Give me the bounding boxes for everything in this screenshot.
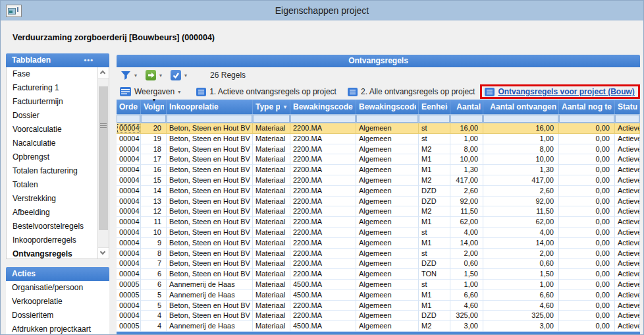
column-header-aantal-7[interactable]: Aantal [450,100,483,114]
sidebar-item-afbeelding[interactable]: Afbeelding [7,206,99,220]
filter-cell-4[interactable] [290,115,356,123]
sidebar-item-ontvangsregels[interactable]: Ontvangsregels [7,247,99,259]
filter-funnel-icon [121,71,131,80]
table-row[interactable]: 000044Beton, Steen en Hout BVMateriaal22… [117,311,640,321]
column-filter-icon[interactable]: ▼ [282,104,288,110]
sidebar-item-fase[interactable]: Fase [7,67,99,81]
sidebar-item-bestelvoorstelregels[interactable]: Bestelvoorstelregels [7,220,99,233]
table-row[interactable]: 0000412Beton, Steen en Hout BVMateriaal2… [117,206,640,217]
view-tab-2[interactable]: 2. Alle ontvangsregels op project [348,87,475,96]
filter-button[interactable]: ▾ [121,71,137,80]
view-tab-1[interactable]: 1. Actieve ontvangsregels op project [196,87,336,96]
table-row[interactable]: 0000416Beton, Steen en Hout BVMateriaal2… [117,165,640,175]
table-row[interactable]: 0000410Beton, Steen en Hout BVMateriaal2… [117,228,640,238]
table-row[interactable]: 000046Beton, Steen en Hout BVMateriaal22… [117,269,640,280]
forward-button[interactable]: ▾ [146,70,162,80]
table-cell: 2200.MA [290,144,356,155]
filter-cell-3[interactable] [253,115,290,123]
table-cell: 4 [141,321,167,332]
filter-cell-1[interactable] [141,115,166,123]
filter-cell-7[interactable] [450,115,483,123]
table-row[interactable]: 0000413Beton, Steen en Hout BVMateriaal2… [117,197,640,207]
actie-item-afdrukken-projectkaart[interactable]: Afdrukken projectkaart [6,322,109,335]
table-body: 0000420Beton, Steen en Hout BVMateriaal2… [117,123,640,332]
chevron-down-icon[interactable]: ▾ [159,73,162,78]
table-row[interactable]: 0000420Beton, Steen en Hout BVMateriaal2… [117,123,640,134]
actie-item-verkooprelatie[interactable]: Verkooprelatie [6,295,109,309]
sidebar-item-facturering-1[interactable]: Facturering 1 [7,81,99,95]
select-button[interactable]: ▾ [171,70,187,80]
actie-item-organisatie-persoon[interactable]: Organisatie/persoon [6,281,109,295]
sidebar-scrollbar[interactable] [97,67,109,259]
filter-cell-2[interactable] [167,115,252,123]
table-cell: Materiaal [253,206,290,217]
sidebar-item-factuurtermijn[interactable]: Factuurtermijn [7,95,99,109]
actie-item-dossieritem[interactable]: Dossieritem [6,309,109,322]
sidebar-item-verstrekking[interactable]: Verstrekking [7,192,99,206]
more-options-icon[interactable]: ••• [84,53,94,67]
filter-cell-10[interactable] [615,115,639,123]
table-row[interactable]: 000056Aannemerij de HaasMateriaal4500.MA… [117,280,640,290]
ontvangsregels-panel: Ontvangsregels ▾ ▾ ▾ 26 Regels Weergaven… [117,55,640,335]
sidebar-item-inkooporderregels[interactable]: Inkooporderregels [7,233,99,247]
column-header-ordernr-0[interactable]: Ordernr [117,100,141,114]
table-row[interactable]: 0000418Beton, Steen en Hout BVMateriaal2… [117,144,640,155]
chevron-down-icon[interactable]: ▾ [178,89,180,95]
sidebar-item-voorcalculatie[interactable]: Voorcalculatie [7,123,99,137]
column-header-bewakingscode-4[interactable]: Bewakingscode [290,100,356,114]
filter-cell-8[interactable] [483,115,558,123]
table-row[interactable]: 0000415Beton, Steen en Hout BVMateriaal2… [117,175,640,186]
table-row[interactable]: 000045Beton, Steen en Hout BVMateriaal22… [117,301,640,311]
table-cell: Actieve [615,259,640,269]
table-cell: 0,00 [559,228,615,238]
sidebar-item-dossier[interactable]: Dossier [7,109,99,123]
scroll-up-icon[interactable] [98,67,109,78]
table-cell: Actieve [615,186,640,197]
column-header-aantal-nog-te-9[interactable]: Aantal nog te [559,100,615,114]
table-row[interactable]: 0000411Beton, Steen en Hout BVMateriaal2… [117,217,640,228]
column-header-inkooprelatie-2[interactable]: Inkooprelatie [167,100,253,114]
chevron-down-icon[interactable]: ▾ [134,73,137,78]
column-header-status-10[interactable]: Status [615,100,640,114]
table-cell: 00004 [117,186,141,197]
table-row[interactable]: 000054Aannemerij de HaasMateriaal4500.MA… [117,321,640,332]
table-row[interactable]: 0000414Beton, Steen en Hout BVMateriaal2… [117,186,640,197]
weergaven-button[interactable]: Weergaven▾ [120,87,180,96]
table-cell: Materiaal [253,259,290,269]
table-cell: Actieve [615,197,640,207]
column-header-eenheid-6[interactable]: Eenheid [419,100,450,114]
scrollbar-thumb[interactable] [99,86,108,230]
table-cell: Actieve [615,249,640,259]
table-row[interactable]: 0000419Beton, Steen en Hout BVMateriaal2… [117,134,640,144]
filter-cell-9[interactable] [559,115,614,123]
view-tab-3[interactable]: Ontvangsregels voor project (Bouw) [485,87,634,96]
sidebar-item-totalen[interactable]: Totalen [7,178,99,192]
sidebar-item-nacalculatie[interactable]: Nacalculatie [7,137,99,150]
table-cell: 19 [141,134,167,144]
table-cell: 8 [141,249,167,259]
filter-cell-0[interactable] [117,115,140,123]
table-row[interactable]: 000048Beton, Steen en Hout BVMateriaal22… [117,249,640,259]
table-cell: Actieve [615,290,640,301]
table-row[interactable]: 000047Beton, Steen en Hout BVMateriaal22… [117,259,640,269]
table-cell: M1 [419,238,450,249]
table-cell: 00004 [117,238,141,249]
sidebar-item-opbrengst[interactable]: Opbrengst [7,150,99,164]
table-cell: 16 [141,165,167,175]
column-header-type-p-3[interactable]: Type p▼ [253,100,290,114]
chevron-down-icon[interactable]: ▾ [184,73,187,78]
filter-cell-5[interactable] [356,115,418,123]
table-row[interactable]: 000055Aannemerij de HaasMateriaal4500.MA… [117,290,640,301]
table-cell: 417,00 [483,175,559,186]
scroll-down-icon[interactable] [98,247,109,259]
column-header-aantal-ontvangen-8[interactable]: Aantal ontvangen [483,100,559,114]
sidebar-item-totalen-facturering[interactable]: Totalen facturering [7,164,99,178]
filter-cell-6[interactable] [419,115,450,123]
horizontal-scrollbar[interactable] [117,332,640,335]
table-cell: 2200.MA [290,311,356,321]
table-cell: Beton, Steen en Hout BV [167,186,253,197]
table-row[interactable]: 000049Beton, Steen en Hout BVMateriaal22… [117,238,640,249]
table-cell: 00004 [117,165,141,175]
table-row[interactable]: 0000417Beton, Steen en Hout BVMateriaal2… [117,154,640,165]
column-header-bewakingscode-5[interactable]: Bewakingscode [356,100,419,114]
